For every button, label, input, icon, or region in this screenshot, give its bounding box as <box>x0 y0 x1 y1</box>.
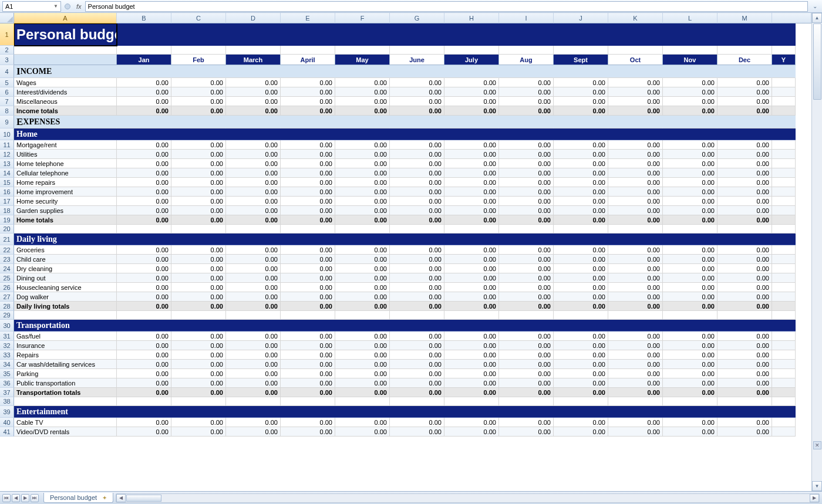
value-cell[interactable]: 0.00 <box>663 360 717 369</box>
scroll-up-button[interactable]: ▲ <box>812 13 822 23</box>
value-cell[interactable]: 0.00 <box>663 159 717 168</box>
row-header-32[interactable]: 32 <box>0 341 14 350</box>
value-cell[interactable]: 0.00 <box>281 418 335 427</box>
value-cell[interactable]: 0.00 <box>554 197 608 206</box>
value-cell[interactable]: 0.00 <box>608 418 663 427</box>
value-cell[interactable]: 0.00 <box>281 427 335 437</box>
sheet-tab-personal-budget[interactable]: Personal budget ✦ <box>43 493 113 503</box>
value-cell[interactable]: 0.00 <box>499 341 554 350</box>
value-cell[interactable]: 0.00 <box>608 197 663 206</box>
value-cell[interactable]: 0.00 <box>117 206 171 215</box>
row-header-19[interactable]: 19 <box>0 215 14 225</box>
value-cell[interactable]: 0.00 <box>663 283 717 292</box>
value-cell[interactable]: 0.00 <box>226 150 281 159</box>
column-header-H[interactable]: H <box>444 13 499 23</box>
value-cell[interactable]: 0.00 <box>717 332 772 341</box>
value-cell[interactable]: 0.00 <box>390 341 444 350</box>
value-cell[interactable]: 0.00 <box>499 87 554 97</box>
totals-cell[interactable]: 0.00 <box>554 215 608 225</box>
value-cell[interactable]: 0.00 <box>390 418 444 427</box>
row-header-23[interactable]: 23 <box>0 255 14 264</box>
value-cell[interactable]: 0.00 <box>335 273 390 283</box>
row-header-33[interactable]: 33 <box>0 350 14 360</box>
value-cell[interactable]: 0.00 <box>281 378 335 388</box>
value-cell[interactable]: 0.00 <box>444 168 499 178</box>
value-cell[interactable]: 0.00 <box>117 378 171 388</box>
column-header-C[interactable]: C <box>171 13 226 23</box>
value-cell[interactable]: 0.00 <box>663 178 717 187</box>
totals-cell[interactable]: 0.00 <box>444 302 499 311</box>
value-cell[interactable]: 0.00 <box>226 427 281 437</box>
row-header-39[interactable]: 39 <box>0 406 14 418</box>
totals-cell[interactable]: 0.00 <box>717 215 772 225</box>
value-cell[interactable]: 0.00 <box>171 264 226 273</box>
totals-cell[interactable]: 0.00 <box>335 302 390 311</box>
value-cell[interactable]: 0.00 <box>608 140 663 150</box>
row-label[interactable]: Utilities <box>14 150 117 159</box>
month-header-sept[interactable]: Sept <box>554 55 608 65</box>
row-header-17[interactable]: 17 <box>0 197 14 206</box>
value-cell[interactable]: 0.00 <box>608 97 663 106</box>
column-header-partial[interactable] <box>772 13 811 23</box>
section-header[interactable]: EXPENSES <box>14 116 117 128</box>
close-pane-icon[interactable]: ✕ <box>813 441 821 449</box>
row-header-10[interactable]: 10 <box>0 128 14 140</box>
value-cell[interactable]: 0.00 <box>717 292 772 302</box>
value-cell[interactable]: 0.00 <box>554 369 608 378</box>
row-label[interactable]: Home improvement <box>14 187 117 197</box>
next-sheet-button[interactable]: ▶ <box>21 494 29 502</box>
value-cell[interactable]: 0.00 <box>663 245 717 255</box>
row-header-21[interactable]: 21 <box>0 234 14 245</box>
month-header-dec[interactable]: Dec <box>717 55 772 65</box>
value-cell[interactable]: 0.00 <box>117 418 171 427</box>
value-cell[interactable]: 0.00 <box>117 292 171 302</box>
totals-cell[interactable]: 0.00 <box>444 106 499 116</box>
first-sheet-button[interactable]: ⏮ <box>2 494 11 502</box>
row-header-28[interactable]: 28 <box>0 302 14 311</box>
value-cell[interactable]: 0.00 <box>226 350 281 360</box>
value-cell[interactable]: 0.00 <box>663 418 717 427</box>
value-cell[interactable]: 0.00 <box>226 264 281 273</box>
value-cell[interactable]: 0.00 <box>554 427 608 437</box>
value-cell[interactable]: 0.00 <box>390 87 444 97</box>
category-header[interactable]: Transportation <box>14 320 117 332</box>
value-cell[interactable]: 0.00 <box>226 187 281 197</box>
value-cell[interactable]: 0.00 <box>335 292 390 302</box>
value-cell[interactable]: 0.00 <box>171 159 226 168</box>
value-cell[interactable]: 0.00 <box>444 369 499 378</box>
totals-cell[interactable]: 0.00 <box>226 215 281 225</box>
month-header-jan[interactable]: Jan <box>117 55 171 65</box>
row-header-25[interactable]: 25 <box>0 273 14 283</box>
value-cell[interactable]: 0.00 <box>717 283 772 292</box>
row-header-22[interactable]: 22 <box>0 245 14 255</box>
value-cell[interactable]: 0.00 <box>444 292 499 302</box>
value-cell[interactable]: 0.00 <box>335 206 390 215</box>
value-cell[interactable]: 0.00 <box>171 292 226 302</box>
value-cell[interactable]: 0.00 <box>663 97 717 106</box>
value-cell[interactable]: 0.00 <box>117 140 171 150</box>
value-cell[interactable]: 0.00 <box>717 378 772 388</box>
row-label[interactable]: Parking <box>14 369 117 378</box>
value-cell[interactable]: 0.00 <box>281 87 335 97</box>
value-cell[interactable]: 0.00 <box>117 427 171 437</box>
month-header-nov[interactable]: Nov <box>663 55 717 65</box>
value-cell[interactable]: 0.00 <box>444 178 499 187</box>
value-cell[interactable]: 0.00 <box>226 273 281 283</box>
value-cell[interactable]: 0.00 <box>171 418 226 427</box>
value-cell[interactable]: 0.00 <box>390 197 444 206</box>
insert-sheet-icon[interactable]: ✦ <box>102 495 107 501</box>
value-cell[interactable]: 0.00 <box>117 360 171 369</box>
month-header-aug[interactable]: Aug <box>499 55 554 65</box>
value-cell[interactable]: 0.00 <box>390 206 444 215</box>
value-cell[interactable]: 0.00 <box>499 97 554 106</box>
select-all-corner[interactable] <box>0 13 14 23</box>
value-cell[interactable]: 0.00 <box>663 187 717 197</box>
value-cell[interactable]: 0.00 <box>717 255 772 264</box>
row-label[interactable]: Garden supplies <box>14 206 117 215</box>
value-cell[interactable]: 0.00 <box>554 87 608 97</box>
value-cell[interactable]: 0.00 <box>335 378 390 388</box>
row-header-20[interactable]: 20 <box>0 225 14 234</box>
value-cell[interactable]: 0.00 <box>226 360 281 369</box>
value-cell[interactable]: 0.00 <box>335 418 390 427</box>
totals-cell[interactable]: 0.00 <box>335 388 390 397</box>
